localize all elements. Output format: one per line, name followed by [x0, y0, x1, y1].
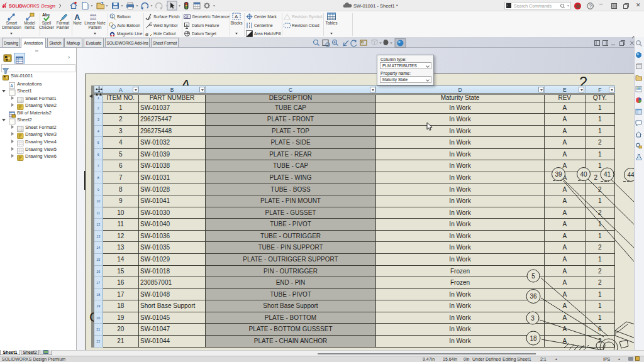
svg-text:3: 3	[531, 315, 535, 322]
svg-text:5: 5	[531, 273, 535, 280]
svg-text:Design: Design	[42, 3, 55, 9]
svg-text:A: A	[235, 14, 238, 19]
svg-text:44: 44	[627, 172, 634, 178]
svg-text:39: 39	[555, 171, 562, 178]
svg-text:SOLID: SOLID	[9, 3, 23, 9]
svg-text:WORKS: WORKS	[23, 3, 40, 9]
svg-text:1: 1	[111, 14, 113, 18]
svg-text:40: 40	[580, 171, 587, 178]
svg-text:41: 41	[604, 171, 611, 178]
svg-text:⌀: ⌀	[145, 31, 148, 37]
svg-text:AAA: AAA	[90, 17, 97, 21]
svg-text:?: ?	[589, 3, 592, 9]
svg-text:36: 36	[530, 293, 537, 300]
svg-text:Abc: Abc	[42, 13, 50, 17]
svg-text:18: 18	[530, 335, 537, 342]
